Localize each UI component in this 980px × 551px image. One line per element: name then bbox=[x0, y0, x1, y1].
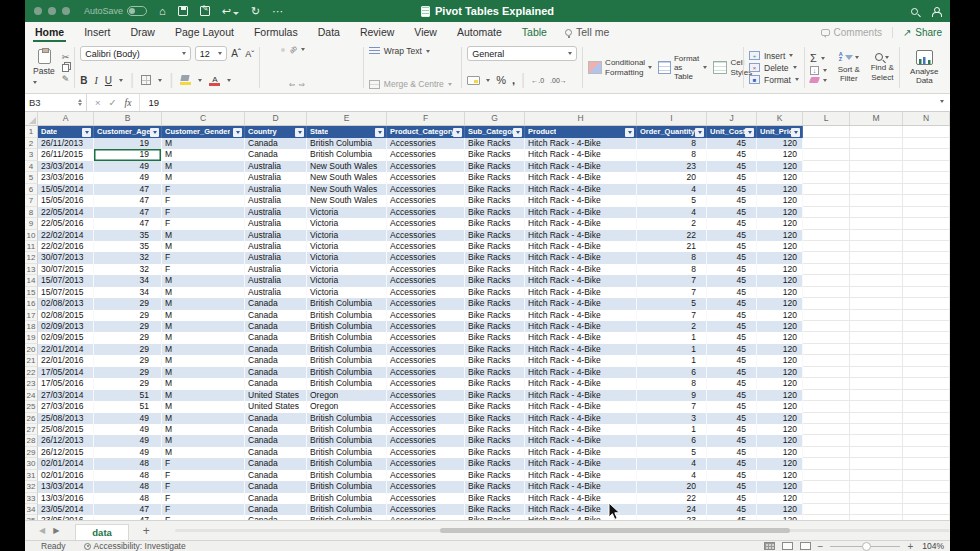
table-header-country[interactable]: Country bbox=[245, 126, 307, 138]
share-button[interactable]: ↗ Share bbox=[892, 27, 942, 38]
cell-G20[interactable]: Bike Racks bbox=[465, 344, 525, 355]
cell-empty[interactable] bbox=[850, 310, 903, 321]
cell-F26[interactable]: Accessories bbox=[387, 413, 465, 424]
cell-empty[interactable] bbox=[803, 252, 850, 263]
decrease-font-button[interactable]: Aˇ bbox=[245, 49, 254, 59]
cell-empty[interactable] bbox=[850, 126, 903, 138]
tab-home[interactable]: Home bbox=[25, 22, 74, 42]
cell-empty[interactable] bbox=[803, 264, 850, 275]
row-header-29[interactable]: 29 bbox=[25, 447, 38, 458]
percent-format-button[interactable]: % bbox=[496, 74, 506, 86]
cell-G16[interactable]: Bike Racks bbox=[465, 298, 525, 309]
format-as-table-button[interactable]: Format as Table bbox=[658, 54, 707, 82]
fill-color-dropdown-icon[interactable] bbox=[198, 79, 202, 82]
cell-J9[interactable]: 45 bbox=[707, 218, 757, 229]
cell-G31[interactable]: Bike Racks bbox=[465, 470, 525, 481]
cell-J28[interactable]: 45 bbox=[707, 435, 757, 446]
account-icon[interactable] bbox=[932, 7, 940, 15]
cell-E28[interactable]: British Columbia bbox=[307, 435, 387, 446]
filter-dropdown-icon[interactable] bbox=[625, 128, 634, 137]
tab-insert[interactable]: Insert bbox=[74, 22, 120, 42]
home-icon[interactable]: ⌂ bbox=[159, 0, 166, 22]
cell-D34[interactable]: Canada bbox=[245, 504, 307, 515]
bold-button[interactable]: B bbox=[80, 75, 87, 86]
cell-C24[interactable]: M bbox=[162, 390, 245, 401]
cell-K2[interactable]: 120 bbox=[757, 138, 803, 149]
cell-A20[interactable]: 22/01/2014 bbox=[38, 344, 94, 355]
cell-J4[interactable]: 45 bbox=[707, 161, 757, 172]
increase-indent-button[interactable]: ⇨ bbox=[299, 81, 305, 89]
cell-F4[interactable]: Accessories bbox=[387, 161, 465, 172]
cell-J15[interactable]: 45 bbox=[707, 287, 757, 298]
cell-D32[interactable]: Canada bbox=[245, 481, 307, 492]
cell-E5[interactable]: New South Wales bbox=[307, 172, 387, 183]
cell-G24[interactable]: Bike Racks bbox=[465, 390, 525, 401]
cell-B5[interactable]: 49 bbox=[94, 172, 162, 183]
formula-input[interactable]: 19 bbox=[140, 97, 159, 108]
row-header-2[interactable]: 2 bbox=[25, 138, 38, 149]
cell-empty[interactable] bbox=[803, 310, 850, 321]
cell-D25[interactable]: United States bbox=[245, 401, 307, 412]
cell-D31[interactable]: Canada bbox=[245, 470, 307, 481]
cell-J30[interactable]: 45 bbox=[707, 458, 757, 469]
cell-A33[interactable]: 13/03/2016 bbox=[38, 493, 94, 504]
cell-F13[interactable]: Accessories bbox=[387, 264, 465, 275]
cell-F20[interactable]: Accessories bbox=[387, 344, 465, 355]
cell-empty[interactable] bbox=[803, 172, 850, 183]
cell-K8[interactable]: 120 bbox=[757, 207, 803, 218]
cell-D10[interactable]: Australia bbox=[245, 230, 307, 241]
cell-empty[interactable] bbox=[803, 287, 850, 298]
cell-H12[interactable]: Hitch Rack - 4-Bike bbox=[525, 252, 637, 263]
cell-B26[interactable]: 49 bbox=[94, 413, 162, 424]
filter-dropdown-icon[interactable] bbox=[453, 128, 462, 137]
cell-F34[interactable]: Accessories bbox=[387, 504, 465, 515]
cell-D23[interactable]: Canada bbox=[245, 378, 307, 389]
normal-view-button[interactable] bbox=[764, 542, 775, 550]
font-size-select[interactable]: 12 bbox=[195, 46, 227, 61]
cell-empty[interactable] bbox=[803, 161, 850, 172]
cell-D17[interactable]: Canada bbox=[245, 310, 307, 321]
page-break-view-button[interactable] bbox=[800, 542, 811, 550]
cell-empty[interactable] bbox=[903, 252, 950, 263]
cell-empty[interactable] bbox=[903, 138, 950, 149]
row-header-27[interactable]: 27 bbox=[25, 424, 38, 435]
cell-J26[interactable]: 45 bbox=[707, 413, 757, 424]
cell-empty[interactable] bbox=[850, 367, 903, 378]
table-header-customer_age[interactable]: Customer_Age bbox=[94, 126, 162, 138]
tab-table[interactable]: Table bbox=[512, 22, 557, 42]
minimize-window-button[interactable] bbox=[48, 7, 56, 15]
paste-dropdown-icon[interactable] bbox=[33, 81, 37, 84]
cell-empty[interactable] bbox=[903, 298, 950, 309]
cell-K9[interactable]: 120 bbox=[757, 218, 803, 229]
zoom-in-button[interactable]: + bbox=[907, 541, 913, 551]
cell-A15[interactable]: 15/07/2015 bbox=[38, 287, 94, 298]
cell-F9[interactable]: Accessories bbox=[387, 218, 465, 229]
cell-G9[interactable]: Bike Racks bbox=[465, 218, 525, 229]
cell-C31[interactable]: F bbox=[162, 470, 245, 481]
cell-empty[interactable] bbox=[850, 435, 903, 446]
row-header-13[interactable]: 13 bbox=[25, 264, 38, 275]
cell-empty[interactable] bbox=[903, 504, 950, 515]
cell-G27[interactable]: Bike Racks bbox=[465, 424, 525, 435]
cell-D28[interactable]: Canada bbox=[245, 435, 307, 446]
cell-A24[interactable]: 27/03/2014 bbox=[38, 390, 94, 401]
merge-centre-button[interactable]: Merge & Centre bbox=[369, 79, 457, 89]
cell-B31[interactable]: 48 bbox=[94, 470, 162, 481]
cell-G17[interactable]: Bike Racks bbox=[465, 310, 525, 321]
save-icon[interactable] bbox=[178, 6, 188, 16]
cell-K33[interactable]: 120 bbox=[757, 493, 803, 504]
cell-F3[interactable]: Accessories bbox=[387, 149, 465, 160]
number-format-select[interactable]: General bbox=[467, 46, 577, 61]
cell-empty[interactable] bbox=[903, 481, 950, 492]
row-header-9[interactable]: 9 bbox=[25, 218, 38, 229]
cell-H27[interactable]: Hitch Rack - 4-Bike bbox=[525, 424, 637, 435]
cell-B9[interactable]: 47 bbox=[94, 218, 162, 229]
cell-empty[interactable] bbox=[903, 344, 950, 355]
cell-I26[interactable]: 3 bbox=[637, 413, 707, 424]
table-header-date[interactable]: Date bbox=[38, 126, 94, 138]
cell-D21[interactable]: Canada bbox=[245, 355, 307, 366]
cell-C6[interactable]: F bbox=[162, 184, 245, 195]
cell-empty[interactable] bbox=[903, 230, 950, 241]
sheet-tab-data[interactable]: data bbox=[75, 524, 129, 540]
column-header-H[interactable]: H bbox=[525, 112, 637, 125]
